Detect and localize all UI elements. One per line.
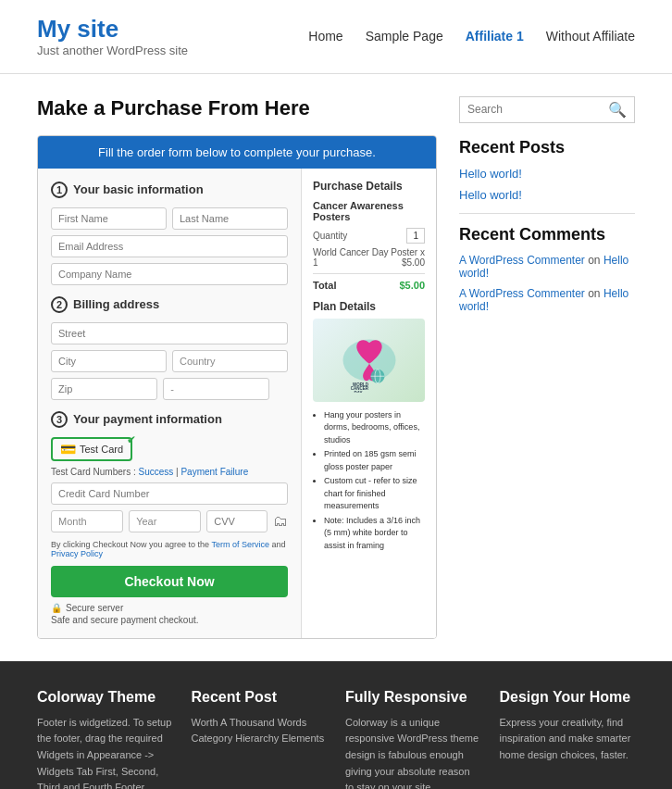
zip-row: - [51,378,288,400]
section2-label: Billing address [73,297,159,311]
purchase-divider [313,273,425,274]
quantity-label: Quantity [313,231,347,241]
search-icon[interactable]: 🔍 [608,101,627,119]
total-row: Total $5.00 [313,280,425,291]
section3-header: 3 Your payment information [51,411,288,428]
country-select[interactable]: Country [172,350,288,372]
nav-home[interactable]: Home [308,29,342,44]
nav-sample[interactable]: Sample Page [366,29,443,44]
city-input[interactable] [51,350,167,372]
test-card-info: Test Card Numbers : Success | Payment Fa… [51,467,288,477]
site-header: My site Just another WordPress site Home… [0,0,672,74]
card-badge[interactable]: 💳 Test Card ✔ [51,437,132,461]
expiry-cvv-row: Month Year 🗂 [51,510,288,532]
footer-col3-text: Colorway is a unique responsive WordPres… [345,715,481,789]
terms-link[interactable]: Term of Service [211,540,269,549]
recent-posts-title: Recent Posts [459,138,635,157]
sidebar-divider [459,213,635,214]
footer-col1-text: Footer is widgetized. To setup the foote… [37,715,173,789]
footer-col4-text: Express your creativity, find inspiratio… [500,715,636,764]
sidebar-post-1[interactable]: Hello world! [459,167,635,181]
cvv-input[interactable] [206,510,268,532]
sidebar-post-2[interactable]: Hello world! [459,188,635,202]
section3-label: Your payment information [73,412,222,426]
footer-main: Colorway Theme Footer is widgetized. To … [0,661,672,789]
search-box: 🔍 [459,96,635,123]
checkout-body: 1 Your basic information [38,169,436,638]
success-link[interactable]: Success [138,467,173,477]
footer-col4-title: Design Your Home [500,689,636,706]
footer-post-link2[interactable]: Category Hierarchy Elements [192,731,328,747]
line-item: World Cancer Day Poster x 1 $5.00 [313,247,425,268]
site-name: My site [37,15,188,44]
lock-icon: 🔒 [51,603,62,613]
comment-author-1[interactable]: A WordPress Commenter [459,254,585,267]
feature-2: Printed on 185 gsm semi gloss poster pap… [324,448,425,473]
company-input[interactable] [51,263,288,285]
footer-col-2: Recent Post Worth A Thousand Words Categ… [192,689,328,789]
comment-1: A WordPress Commenter on Hello world! [459,254,635,280]
nav-affiliate1[interactable]: Affiliate 1 [466,29,524,44]
footer-col-4: Design Your Home Express your creativity… [500,689,636,789]
privacy-link[interactable]: Privacy Policy [51,549,103,558]
last-name-input[interactable] [172,207,288,230]
recent-comments-title: Recent Comments [459,225,635,244]
section3-title: 3 Your payment information [51,411,288,428]
content-area: Make a Purchase From Here Fill the order… [37,96,437,639]
city-country-row: Country [51,350,288,372]
quantity-value: 1 [406,228,425,244]
credit-card-row [51,482,288,505]
credit-card-input[interactable] [51,482,288,505]
footer-col-1: Colorway Theme Footer is widgetized. To … [37,689,173,789]
comment-author-2[interactable]: A WordPress Commenter [459,287,585,300]
dash-select[interactable]: - [163,378,269,400]
secure-payment-text: Safe and secure payment checkout. [51,615,288,625]
checkout-button[interactable]: Checkout Now [51,566,288,597]
purchase-details-title: Purchase Details [313,180,425,193]
feature-1: Hang your posters in dorms, bedrooms, of… [324,409,425,447]
name-row [51,207,288,230]
svg-text:DAY: DAY [354,391,362,393]
total-amount: $5.00 [399,280,425,291]
total-label: Total [313,280,336,291]
footer-post-link1[interactable]: Worth A Thousand Words [192,715,328,732]
form-right: Purchase Details Cancer Awareness Poster… [302,169,436,638]
first-name-input[interactable] [51,207,167,230]
company-row [51,263,288,285]
footer-col3-title: Fully Responsive [345,689,481,706]
failure-link[interactable]: Payment Failure [180,467,248,477]
main-nav: Home Sample Page Affiliate 1 Without Aff… [308,29,635,44]
section3-number: 3 [51,411,68,428]
zip-input[interactable] [51,378,157,400]
secure-label: Secure server [66,603,123,613]
plan-image: WORLD CANCER DAY [313,319,425,402]
ribbon-svg: WORLD CANCER DAY [342,328,397,393]
street-input[interactable] [51,322,288,344]
product-name: Cancer Awareness Posters [313,200,425,222]
plan-features: Hang your posters in dorms, bedrooms, of… [313,409,425,553]
month-select[interactable]: Month [51,510,123,532]
feature-4: Note: Includes a 3/16 inch (5 mm) white … [324,515,425,553]
form-left: 1 Your basic information [38,169,302,638]
section2-number: 2 [51,296,68,313]
plan-details-title: Plan Details [313,300,425,313]
page-title: Make a Purchase From Here [37,96,437,120]
footer-col-3: Fully Responsive Colorway is a unique re… [345,689,481,789]
main-container: Make a Purchase From Here Fill the order… [0,74,672,661]
check-icon: ✔ [127,433,136,446]
nav-without-affiliate[interactable]: Without Affiliate [546,29,635,44]
section1-label: Your basic information [73,182,204,196]
checkout-header: Fill the order form below to complete yo… [38,136,436,169]
year-select[interactable]: Year [129,510,201,532]
section2-title: 2 Billing address [51,296,288,313]
feature-3: Custom cut - refer to size chart for fin… [324,475,425,513]
footer-col1-title: Colorway Theme [37,689,173,706]
email-input[interactable] [51,235,288,257]
secure-badge: 🔒 Secure server [51,603,288,613]
street-row [51,322,288,344]
quantity-row: Quantity 1 [313,228,425,244]
cvv-card-icon: 🗂 [273,513,288,530]
checkout-wrapper: Fill the order form below to complete yo… [37,135,437,639]
site-title-block: My site Just another WordPress site [37,15,188,58]
search-input[interactable] [467,103,608,116]
